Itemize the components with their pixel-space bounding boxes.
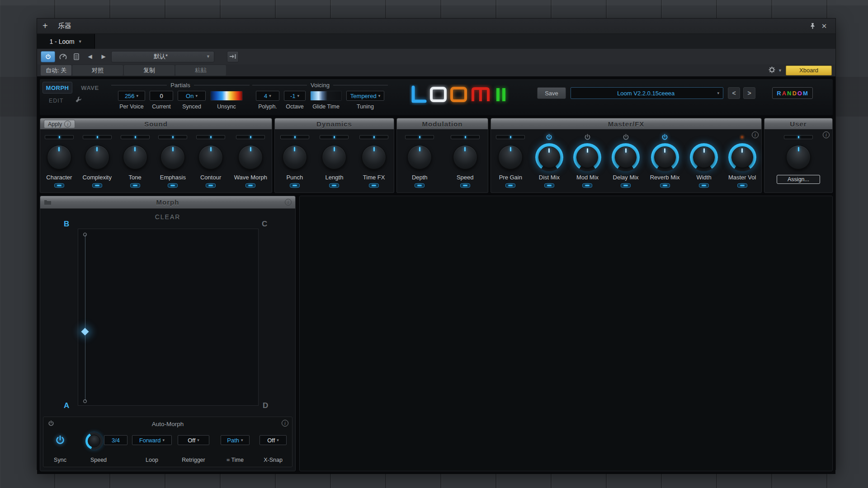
midi-assign-led[interactable] — [660, 183, 670, 188]
user-knob[interactable] — [786, 145, 811, 169]
random-button[interactable]: R A N D O M — [772, 87, 813, 99]
midi-assign-led[interactable] — [737, 183, 747, 188]
morph-xy-pad[interactable] — [78, 229, 259, 406]
midi-assign-led[interactable] — [460, 183, 470, 188]
midi-assign-led[interactable] — [544, 183, 554, 188]
depth-range-slider[interactable] — [405, 135, 434, 139]
mod-speed-range-slider[interactable] — [451, 135, 480, 139]
automorph-sync-field[interactable]: 3/4 — [104, 435, 127, 445]
xboard-button[interactable]: Xboard — [786, 66, 832, 75]
character-range-slider[interactable] — [45, 135, 74, 139]
master-vol-knob[interactable] — [728, 143, 756, 171]
depth-knob[interactable] — [407, 145, 432, 169]
morph-path-node-start[interactable] — [83, 233, 87, 236]
current-partials-field[interactable]: 0 — [150, 91, 173, 101]
midi-assign-led[interactable] — [245, 183, 255, 188]
polyphony-select[interactable]: 4▾ — [256, 91, 279, 101]
delay-power-icon[interactable] — [623, 134, 629, 141]
per-voice-select[interactable]: 256▾ — [118, 91, 145, 101]
complexity-range-slider[interactable] — [83, 135, 112, 139]
close-icon[interactable]: ✕ — [818, 21, 830, 31]
midi-assign-led[interactable] — [582, 183, 592, 188]
preset-file-icon[interactable] — [71, 51, 82, 62]
wave-morph-range-slider[interactable] — [236, 135, 265, 139]
save-button[interactable]: Save — [537, 87, 566, 99]
automorph-time-select[interactable]: Path▾ — [221, 435, 250, 445]
paste-button[interactable]: 粘贴 — [175, 65, 226, 75]
automorph-power-button[interactable] — [55, 435, 65, 445]
tuning-select[interactable]: Tempered▾ — [346, 91, 384, 101]
plugin-preset-combo[interactable]: Loom V2.2.0.15ceeea ▾ — [571, 87, 723, 99]
copy-button[interactable]: 复制 — [124, 65, 175, 75]
route-to-track-icon[interactable] — [227, 51, 239, 62]
midi-assign-led[interactable] — [699, 183, 709, 188]
morph-corner-c[interactable]: C — [262, 220, 267, 229]
plugin-power-button[interactable] — [41, 51, 55, 62]
apply-button[interactable]: Apply i — [44, 120, 75, 128]
info-icon[interactable]: i — [823, 131, 830, 138]
tone-knob[interactable] — [123, 145, 147, 169]
automation-dial-icon[interactable] — [57, 51, 69, 62]
assign-button[interactable]: Assign... — [777, 175, 820, 184]
info-icon[interactable]: i — [282, 420, 288, 427]
preset-prev-button[interactable]: < — [728, 87, 740, 99]
next-preset-icon[interactable]: ▶ — [98, 51, 109, 62]
length-knob[interactable] — [322, 145, 346, 169]
mod-power-icon[interactable] — [584, 134, 591, 141]
wrench-icon[interactable] — [75, 96, 82, 105]
midi-assign-led[interactable] — [130, 183, 140, 188]
unsync-spectrum-control[interactable] — [210, 91, 243, 101]
morph-position-marker[interactable] — [81, 328, 89, 336]
character-knob[interactable] — [47, 145, 71, 169]
automorph-loop-select[interactable]: Forward▾ — [132, 435, 172, 445]
prev-preset-icon[interactable]: ◀ — [84, 51, 96, 62]
folder-icon[interactable] — [44, 199, 52, 207]
punch-knob[interactable] — [283, 145, 307, 169]
octave-select[interactable]: -1▾ — [284, 91, 306, 101]
tab-loom[interactable]: 1 - Loom ▼ — [37, 34, 95, 49]
gear-icon[interactable] — [767, 66, 777, 75]
midi-assign-led[interactable] — [621, 183, 631, 188]
emphasis-range-slider[interactable] — [158, 135, 187, 139]
compare-button[interactable]: 对照 — [72, 65, 123, 75]
delay-mix-knob[interactable] — [612, 143, 640, 171]
midi-assign-led[interactable] — [415, 183, 425, 188]
emphasis-knob[interactable] — [160, 145, 185, 169]
time-fx-range-slider[interactable] — [359, 135, 388, 139]
punch-range-slider[interactable] — [280, 135, 309, 139]
pin-icon[interactable] — [807, 21, 818, 31]
automorph-retrigger-select[interactable]: Off▾ — [178, 435, 209, 445]
reverb-power-icon[interactable] — [661, 134, 668, 141]
user-range-slider[interactable] — [784, 135, 813, 139]
add-instrument-button[interactable]: + — [42, 21, 54, 31]
midi-assign-led[interactable] — [290, 183, 300, 188]
glide-time-control[interactable] — [310, 91, 342, 101]
info-icon[interactable]: i — [752, 131, 759, 138]
midi-assign-led[interactable] — [206, 183, 216, 188]
morph-corner-b[interactable]: B — [64, 220, 69, 229]
reverb-mix-knob[interactable] — [651, 143, 679, 171]
time-fx-knob[interactable] — [362, 145, 386, 169]
midi-assign-led[interactable] — [168, 183, 178, 188]
width-knob[interactable] — [690, 143, 718, 171]
edit-button[interactable]: EDIT — [49, 98, 63, 104]
morph-path-node-end[interactable] — [83, 399, 87, 403]
morph-corner-d[interactable]: D — [263, 401, 268, 410]
midi-assign-led[interactable] — [329, 183, 339, 188]
automation-mode-button[interactable]: 自动: 关 — [41, 65, 71, 75]
info-icon[interactable]: i — [285, 199, 292, 206]
midi-assign-led[interactable] — [54, 183, 64, 188]
contour-range-slider[interactable] — [196, 135, 225, 139]
automorph-xsnap-select[interactable]: Off▾ — [259, 435, 287, 445]
clear-button[interactable]: CLEAR — [40, 213, 295, 221]
midi-assign-led[interactable] — [369, 183, 379, 188]
mod-mix-knob[interactable] — [573, 143, 601, 171]
automorph-speed-knob[interactable] — [85, 432, 103, 450]
preset-next-button[interactable]: > — [743, 87, 755, 99]
contour-knob[interactable] — [198, 145, 223, 169]
tab-wave[interactable]: WAVE — [75, 82, 105, 94]
mod-speed-knob[interactable] — [453, 145, 477, 169]
morph-corner-a[interactable]: A — [64, 401, 69, 410]
midi-assign-led[interactable] — [505, 183, 515, 188]
midi-assign-led[interactable] — [92, 183, 102, 188]
